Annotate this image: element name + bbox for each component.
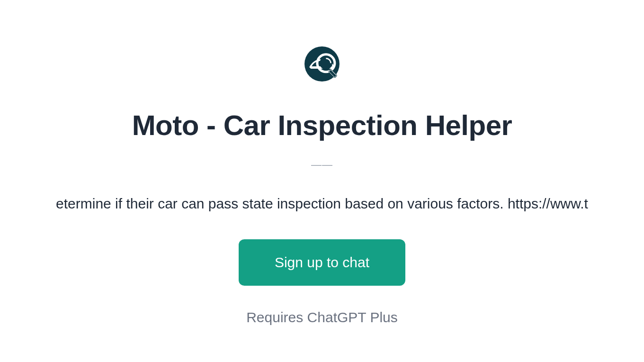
page-title: Moto - Car Inspection Helper [132,109,512,142]
requires-plus-text: Requires ChatGPT Plus [246,309,398,326]
signup-button[interactable]: Sign up to chat [239,239,405,286]
car-inspection-icon [302,44,342,84]
app-icon [301,43,343,85]
separator: —— [311,159,333,171]
description-text: etermine if their car can pass state ins… [56,196,588,212]
